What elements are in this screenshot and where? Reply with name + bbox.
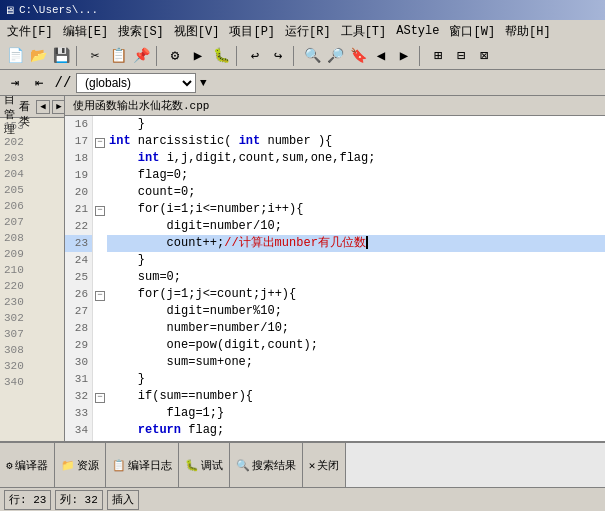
code-line-34: 34 return flag; [65, 422, 605, 439]
bottom-tab-close[interactable]: ✕ 关闭 [303, 443, 347, 487]
bottom-tab-compilelog[interactable]: 📋 编译日志 [106, 443, 179, 487]
toolbar-secondary: ⇥ ⇤ // (globals) ▼ [0, 70, 605, 96]
cut-button[interactable]: ✂ [84, 45, 106, 67]
fold-icon-32[interactable]: − [95, 393, 105, 403]
zoom-in-button[interactable]: 🔍 [301, 45, 323, 67]
panel-next-button[interactable]: ▶ [52, 100, 65, 114]
bookmark-button[interactable]: 🔖 [347, 45, 369, 67]
unindent-button[interactable]: ⇤ [28, 72, 50, 94]
panel-prev-button[interactable]: ◀ [36, 100, 50, 114]
toolbar-window-group: ⊞ ⊟ ⊠ [427, 45, 495, 67]
line-num-205: 205 [0, 182, 64, 198]
menu-window[interactable]: 窗口[W] [444, 22, 500, 41]
compiler-label: 编译器 [15, 458, 48, 473]
code-line-35: 35 [65, 439, 605, 441]
debug-button[interactable]: 🐛 [210, 45, 232, 67]
fold-icon-26[interactable]: − [95, 291, 105, 301]
code-tab[interactable]: 使用函数输出水仙花数.cpp [65, 96, 605, 116]
menu-run[interactable]: 运行[R] [280, 22, 336, 41]
compile-button[interactable]: ⚙ [164, 45, 186, 67]
line-num-208: 208 [0, 230, 64, 246]
menu-help[interactable]: 帮助[H] [500, 22, 556, 41]
status-col[interactable]: 列: 32 [55, 490, 102, 510]
window-btn2[interactable]: ⊟ [450, 45, 472, 67]
code-editor[interactable]: 使用函数输出水仙花数.cpp 16 } 17 − int narcissisti… [65, 96, 605, 441]
redo-button[interactable]: ↪ [267, 45, 289, 67]
tab-filename: 使用函数输出水仙花数.cpp [73, 98, 209, 113]
code-line-31: 31 } [65, 371, 605, 388]
sep1 [76, 46, 80, 66]
dropdown-arrow-icon: ▼ [200, 77, 207, 89]
search-icon: 🔍 [236, 459, 250, 472]
code-line-33: 33 flag=1;} [65, 405, 605, 422]
fold-icon-21[interactable]: − [95, 206, 105, 216]
scope-dropdown[interactable]: (globals) [76, 73, 196, 93]
toolbar-compile-group: ⚙ ▶ 🐛 [164, 45, 232, 67]
app-icon: 🖥 [4, 4, 15, 17]
status-insert[interactable]: 插入 [107, 490, 139, 510]
left-panel: 项目管理 查看类 ◀ ▶ 153 202 203 204 205 206 207… [0, 96, 65, 441]
toolbar-main: 📄 📂 💾 ✂ 📋 📌 ⚙ ▶ 🐛 ↩ ↪ 🔍 🔎 🔖 ◀ ▶ ⊞ ⊟ ⊠ [0, 42, 605, 70]
window-btn1[interactable]: ⊞ [427, 45, 449, 67]
undo-button[interactable]: ↩ [244, 45, 266, 67]
compilelog-icon: 📋 [112, 459, 126, 472]
sep5 [419, 46, 423, 66]
fold-icon-17[interactable]: − [95, 138, 105, 148]
compilelog-label: 编译日志 [128, 458, 172, 473]
menu-edit[interactable]: 编辑[E] [58, 22, 114, 41]
menu-tools[interactable]: 工具[T] [336, 22, 392, 41]
code-line-29: 29 one=pow(digit,count); [65, 337, 605, 354]
line-num-307: 307 [0, 326, 64, 342]
toolbar-edit-group: ✂ 📋 📌 [84, 45, 152, 67]
close-label: 关闭 [317, 458, 339, 473]
code-line-27: 27 digit=number%10; [65, 303, 605, 320]
menu-view[interactable]: 视图[V] [169, 22, 225, 41]
status-col-text: 列: 32 [60, 492, 97, 507]
debug-label: 调试 [201, 458, 223, 473]
line-number-list: 153 202 203 204 205 206 207 208 209 210 … [0, 118, 64, 390]
status-bar: 行: 23 列: 32 插入 [0, 487, 605, 511]
run-button[interactable]: ▶ [187, 45, 209, 67]
menu-project[interactable]: 项目[P] [224, 22, 280, 41]
bottom-panel: ⚙ 编译器 📁 资源 📋 编译日志 🐛 调试 🔍 搜索结果 ✕ 关闭 [0, 441, 605, 487]
code-content: 16 } 17 − int narcissistic( int number )… [65, 116, 605, 441]
status-line[interactable]: 行: 23 [4, 490, 51, 510]
zoom-out-button[interactable]: 🔎 [324, 45, 346, 67]
line-num-220: 220 [0, 278, 64, 294]
code-line-26: 26 − for(j=1;j<=count;j++){ [65, 286, 605, 303]
title-text: C:\Users\... [19, 4, 98, 16]
bottom-tab-search[interactable]: 🔍 搜索结果 [230, 443, 303, 487]
line-num-308: 308 [0, 342, 64, 358]
save-button[interactable]: 💾 [50, 45, 72, 67]
menu-search[interactable]: 搜索[S] [113, 22, 169, 41]
line-num-202: 202 [0, 134, 64, 150]
status-line-text: 行: 23 [9, 492, 46, 507]
new-button[interactable]: 📄 [4, 45, 26, 67]
toolbar-nav-group: 🔍 🔎 🔖 ◀ ▶ [301, 45, 415, 67]
code-line-18: 18 int i,j,digit,count,sum,one,flag; [65, 150, 605, 167]
open-button[interactable]: 📂 [27, 45, 49, 67]
resources-icon: 📁 [61, 459, 75, 472]
window-btn3[interactable]: ⊠ [473, 45, 495, 67]
toolbar-file-group: 📄 📂 💾 [4, 45, 72, 67]
bottom-tab-debug[interactable]: 🐛 调试 [179, 443, 230, 487]
menu-astyle[interactable]: AStyle [391, 23, 444, 39]
toolbar-misc-group: ↩ ↪ [244, 45, 289, 67]
line-num-206: 206 [0, 198, 64, 214]
paste-button[interactable]: 📌 [130, 45, 152, 67]
prev-button[interactable]: ◀ [370, 45, 392, 67]
line-num-209: 209 [0, 246, 64, 262]
bottom-tab-compiler[interactable]: ⚙ 编译器 [0, 443, 55, 487]
panel-nav: ◀ ▶ [36, 100, 65, 114]
code-line-25: 25 sum=0; [65, 269, 605, 286]
indent-button[interactable]: ⇥ [4, 72, 26, 94]
resources-label: 资源 [77, 458, 99, 473]
comment-button[interactable]: // [52, 72, 74, 94]
compiler-icon: ⚙ [6, 459, 13, 472]
copy-button[interactable]: 📋 [107, 45, 129, 67]
menu-file[interactable]: 文件[F] [2, 22, 58, 41]
code-line-17: 17 − int narcissistic( int number ){ [65, 133, 605, 150]
bottom-tab-resources[interactable]: 📁 资源 [55, 443, 106, 487]
next-button[interactable]: ▶ [393, 45, 415, 67]
sep4 [293, 46, 297, 66]
